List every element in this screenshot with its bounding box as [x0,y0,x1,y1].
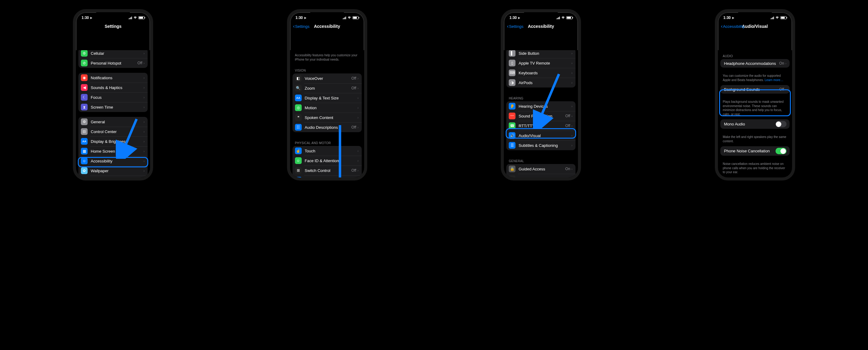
row-cellular[interactable]: ⊚Cellular› [79,50,148,58]
zoom-icon: 🔍 [295,85,302,92]
chevron-right-icon: › [571,104,573,108]
row-display[interactable]: AADisplay & Brightness› [79,136,148,146]
row-displaytext[interactable]: AADisplay & Text Size› [292,93,362,103]
siri-icon: ◉ [509,175,516,180]
row-motion[interactable]: ◎Motion› [292,103,362,113]
switch-icon: ⊞ [295,167,302,174]
chevron-right-icon: › [144,76,145,79]
notch [524,12,558,19]
notch [738,12,772,19]
row-screentime[interactable]: ⧗Screen Time› [79,102,148,112]
row-faceid-attn[interactable]: ☺Face ID & Attention› [292,156,362,166]
headphone-notif-toggle[interactable] [775,179,786,181]
waveform-icon: 〰 [509,113,516,119]
battery-icon [566,16,572,19]
battery-icon [780,16,786,19]
row-noise-cancellation[interactable]: Phone Noise Cancellation [720,146,789,156]
page-title: Accessibility [528,24,554,29]
row-notifications[interactable]: ◉Notifications› [79,73,148,82]
row-voiceover[interactable]: ◧VoiceOverOff› [292,73,362,83]
row-hotspot[interactable]: ⊘Personal HotspotOff› [79,58,148,68]
chevron-right-icon: › [358,96,359,100]
chevron-right-icon: › [358,76,359,80]
back-button[interactable]: ‹Accessibility [721,23,745,29]
clock: 1:30 [82,15,89,20]
row-headphone-accommodations[interactable]: Headphone AccommodationsOn› [720,59,789,68]
chevron-right-icon: › [358,106,359,109]
row-keyboards[interactable]: ⌨Keyboards› [506,68,576,78]
learn-more-link[interactable]: Learn more… [765,78,783,82]
row-hearingdevices[interactable]: 👂Hearing Devices› [506,101,576,111]
row-accessibility[interactable]: ☺Accessibility› [79,156,148,166]
chevron-right-icon: › [144,140,145,143]
flower-icon: ✿ [81,167,88,174]
row-controlcenter[interactable]: ⊟Control Center› [79,127,148,136]
row-soundrecognition[interactable]: 〰Sound RecognitionOff› [506,111,576,121]
chevron-right-icon: › [571,143,573,147]
speaker-icon: 🔊 [509,132,516,139]
accessibility-icon: ☺ [81,158,88,164]
row-mono-audio[interactable]: Mono Audio [720,119,789,129]
row-voicecontrol[interactable]: 🎤Voice ControlOff› [292,175,362,180]
noise-cancellation-toggle[interactable] [775,148,786,154]
faceid-icon: ☺ [295,157,302,164]
row-general[interactable]: ⚙General› [79,117,148,127]
aa-icon: AA [81,138,88,145]
row-rtt[interactable]: ☎RTT/TTYOff› [506,121,576,131]
row-headphone-notifications[interactable]: Headphone Notifications [720,177,789,181]
row-sounds[interactable]: ◀Sounds & Haptics› [79,82,148,93]
row-spoken[interactable]: ❝Spoken Content› [292,113,362,123]
chevron-left-icon: ‹ [293,23,295,29]
chevron-left-icon: ‹ [507,23,509,29]
airpods-icon: ◑ [509,79,516,86]
back-button[interactable]: ‹Settings [293,23,310,29]
moon-icon: ☾ [81,94,88,101]
chevron-right-icon: › [358,159,359,163]
bg-sounds-footer: Plays background sounds to mask unwanted… [718,99,792,119]
phone-icon: ☎ [509,123,516,129]
row-audiodesc[interactable]: ☷Audio DescriptionsOff› [292,123,362,132]
mono-audio-toggle[interactable] [775,121,786,127]
sidebutton-icon: ▌ [509,50,516,57]
phone-accessibility-bottom: 1:30➤ ‹Settings Accessibility ▌Side Butt… [501,9,581,180]
chevron-right-icon: › [358,86,359,90]
location-icon: ➤ [304,16,306,20]
row-appletv[interactable]: ▯Apple TV Remote› [506,58,576,68]
location-icon: ➤ [732,16,734,20]
section-audio: AUDIO [718,50,792,59]
mono-footer: Make the left and right speakers play th… [718,134,792,146]
battery-icon [138,16,145,19]
chevron-right-icon: › [785,62,786,65]
row-airpods[interactable]: ◑AirPods› [506,78,576,88]
row-guidedaccess[interactable]: 🔒Guided AccessOn› [506,164,576,174]
row-switchcontrol[interactable]: ⊞Switch ControlOff› [292,166,362,175]
row-touch[interactable]: ☝Touch› [292,146,362,156]
intro-text: Accessibility features help you customiz… [290,50,364,65]
speaker-icon: ◀ [81,84,88,91]
subtitles-icon: ☰ [509,142,516,149]
chevron-right-icon: › [571,167,573,171]
navbar: Settings [76,22,150,31]
chevron-right-icon: › [571,81,573,84]
row-wallpaper[interactable]: ✿Wallpaper› [79,166,148,176]
row-audiovisual[interactable]: 🔊Audio/Visual› [506,131,576,140]
navbar: ‹Settings Accessibility [504,22,578,31]
aa-icon: AA [295,95,302,101]
back-button[interactable]: ‹Settings [507,23,523,29]
row-sidebutton[interactable]: ▌Side Button› [506,50,576,58]
row-siri[interactable]: ◉Siri› [506,174,576,180]
row-background-sounds[interactable]: Background SoundsOff› [720,85,789,94]
wifi-icon [561,16,565,19]
row-siri[interactable]: ◉Siri & Search› [79,176,148,180]
row-zoom[interactable]: 🔍ZoomOff› [292,83,362,93]
chevron-right-icon: › [358,116,359,119]
chevron-right-icon: › [144,96,145,99]
row-homescreen[interactable]: ▦Home Screen› [79,146,148,156]
section-motor: PHYSICAL AND MOTOR [290,137,364,146]
phone-settings: 1:30➤ Settings ⊚Cellular› ⊘Personal Hots… [73,9,153,180]
gear-icon: ⚙ [81,118,88,125]
chevron-right-icon: › [571,124,573,128]
row-subtitles[interactable]: ☰Subtitles & Captioning› [506,140,576,150]
page-title: Audio/Visual [742,24,768,29]
row-focus[interactable]: ☾Focus› [79,93,148,102]
